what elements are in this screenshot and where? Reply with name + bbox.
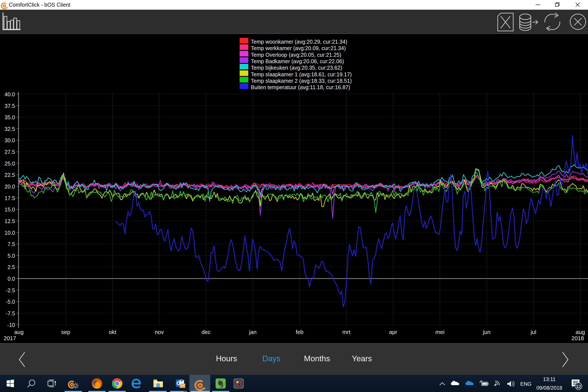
- svg-text:09/08/2018: 09/08/2018: [536, 385, 562, 391]
- svg-text:12: 12: [576, 384, 581, 389]
- svg-text:ENG: ENG: [520, 381, 532, 387]
- svg-text:13:11: 13:11: [543, 376, 556, 382]
